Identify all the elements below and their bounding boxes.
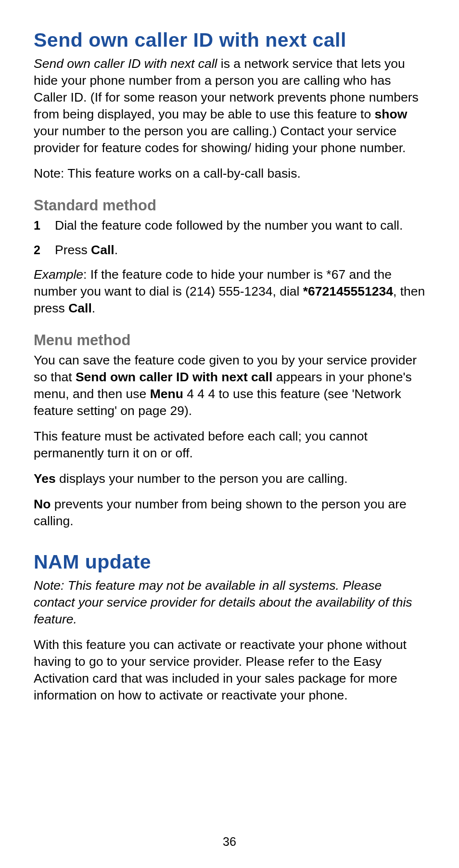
step-2: 2 Press Call. — [34, 242, 425, 259]
no-label: No — [34, 497, 51, 511]
no-paragraph: No prevents your number from being shown… — [34, 496, 425, 530]
section-heading-send-caller-id: Send own caller ID with next call — [34, 29, 425, 52]
nam-note: Note: This feature may not be available … — [34, 577, 425, 628]
intro-text-2: your number to the person you are callin… — [34, 124, 406, 155]
page-number: 36 — [0, 835, 459, 849]
example-call: Call — [68, 301, 92, 315]
nam-body: With this feature you can activate or re… — [34, 636, 425, 704]
example-dial: *672145551234 — [303, 284, 393, 298]
intro-lead: Send own caller ID with next call — [34, 56, 217, 71]
yes-paragraph: Yes displays your number to the person y… — [34, 470, 425, 487]
intro-paragraph: Send own caller ID with next call is a n… — [34, 55, 425, 156]
step-number: 2 — [34, 242, 40, 258]
subheading-standard-method: Standard method — [34, 196, 425, 214]
subheading-menu-method: Menu method — [34, 331, 425, 349]
example-paragraph: Example: If the feature code to hide you… — [34, 266, 425, 317]
step-number: 1 — [34, 218, 40, 233]
step-text-pre: Press — [55, 243, 91, 257]
step-call: Call — [91, 243, 115, 257]
intro-show: show — [375, 107, 408, 121]
steps-list: 1 Dial the feature code followed by the … — [34, 217, 425, 259]
example-label: Example — [34, 267, 83, 282]
feature-note: Note: This feature works on a call-by-ca… — [34, 165, 425, 182]
step-1: 1 Dial the feature code followed by the … — [34, 217, 425, 234]
yes-text: displays your number to the person you a… — [56, 471, 348, 486]
menu-paragraph-2: This feature must be activated before ea… — [34, 428, 425, 462]
menu-p1-feature: Send own caller ID with next call — [76, 370, 272, 384]
step-text: Dial the feature code followed by the nu… — [55, 218, 403, 233]
example-text-3: . — [92, 301, 95, 315]
menu-p1-menu: Menu — [150, 387, 183, 401]
yes-label: Yes — [34, 471, 56, 486]
document-page: Send own caller ID with next call Send o… — [0, 0, 459, 868]
section-heading-nam-update: NAM update — [34, 551, 425, 573]
no-text: prevents your number from being shown to… — [34, 497, 407, 528]
menu-paragraph-1: You can save the feature code given to y… — [34, 352, 425, 419]
step-text-post: . — [115, 243, 118, 257]
